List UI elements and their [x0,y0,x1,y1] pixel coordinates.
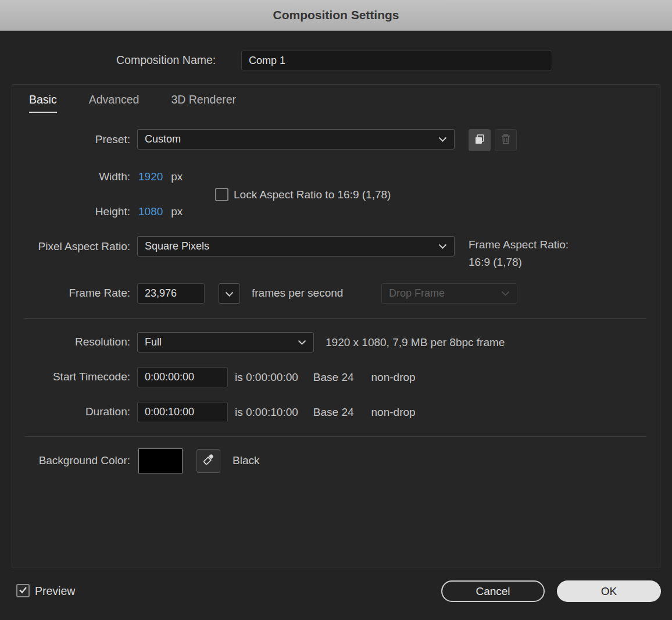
duration-label: Duration: [12,405,130,418]
save-preset-button[interactable] [469,129,491,151]
eyedropper-button[interactable] [196,449,220,473]
duration-drop-text: non-drop [371,406,416,419]
background-color-swatch[interactable] [138,448,183,473]
resolution-value: Full [145,336,162,348]
chevron-down-icon [225,288,234,299]
chevron-down-icon [501,291,510,296]
background-color-name: Black [233,454,259,467]
settings-panel [12,84,660,568]
pixel-aspect-ratio-value: Square Pixels [145,240,209,252]
height-label: Height: [12,205,130,218]
section-divider [24,318,646,319]
composition-name-input[interactable] [241,51,552,70]
dialog-titlebar[interactable]: Composition Settings [0,0,672,31]
width-value[interactable]: 1920 [138,170,163,183]
checkmark-icon [19,586,27,596]
cancel-button[interactable]: Cancel [441,580,545,602]
lock-aspect-label[interactable]: Lock Aspect Ratio to 16:9 (1,78) [234,188,391,201]
start-timecode-drop-text: non-drop [371,371,416,384]
drop-frame-value: Drop Frame [389,287,445,300]
frames-per-second-label: frames per second [252,287,343,300]
delete-preset-button[interactable] [495,129,517,151]
chevron-down-icon [298,340,306,345]
frame-aspect-ratio-label: Frame Aspect Ratio: [469,238,569,251]
cancel-button-label: Cancel [476,585,510,598]
tab-basic[interactable]: Basic [29,93,57,113]
start-timecode-is-text: is 0:00:00:00 [235,371,298,384]
tab-3d-renderer[interactable]: 3D Renderer [171,93,236,113]
composition-settings-dialog: Composition Settings Composition Name: B… [0,0,672,620]
frame-rate-label: Frame Rate: [12,287,130,300]
save-preset-icon [474,133,485,147]
resolution-label: Resolution: [12,336,130,348]
pixel-aspect-ratio-label: Pixel Aspect Ratio: [12,240,130,253]
lock-aspect-checkbox[interactable] [215,188,228,201]
drop-frame-dropdown: Drop Frame [381,283,517,304]
width-label: Width: [12,170,130,183]
height-unit: px [171,205,183,218]
frame-rate-dropdown-button[interactable] [219,283,240,304]
resolution-dropdown[interactable]: Full [137,332,314,352]
preset-value: Custom [145,133,181,145]
preset-label: Preset: [12,133,130,146]
ok-button-label: OK [601,585,617,598]
start-timecode-base-text: Base 24 [313,371,354,384]
chevron-down-icon [438,244,447,249]
start-timecode-input[interactable] [137,367,228,387]
composition-name-label: Composition Name: [116,54,216,67]
duration-base-text: Base 24 [313,406,354,419]
start-timecode-label: Start Timecode: [12,370,130,383]
preview-checkbox[interactable] [16,584,30,597]
chevron-down-icon [438,137,447,142]
preview-label[interactable]: Preview [35,585,75,598]
ok-button[interactable]: OK [557,580,661,602]
tab-bar: Basic Advanced 3D Renderer [29,93,236,113]
frame-aspect-ratio-value: 16:9 (1,78) [469,256,522,269]
height-value[interactable]: 1080 [138,205,163,218]
resolution-info: 1920 x 1080, 7,9 MB per 8bpc frame [326,336,505,349]
duration-is-text: is 0:00:10:00 [235,406,298,419]
trash-icon [501,133,511,147]
duration-input[interactable] [137,402,228,422]
section-divider [24,436,646,437]
preset-dropdown[interactable]: Custom [137,129,455,149]
pixel-aspect-ratio-dropdown[interactable]: Square Pixels [137,236,455,256]
background-color-label: Background Color: [12,454,130,467]
dialog-title: Composition Settings [273,8,399,22]
eyedropper-icon [202,454,215,468]
tab-advanced[interactable]: Advanced [89,93,140,113]
width-unit: px [171,170,183,183]
frame-rate-input[interactable] [137,283,205,304]
